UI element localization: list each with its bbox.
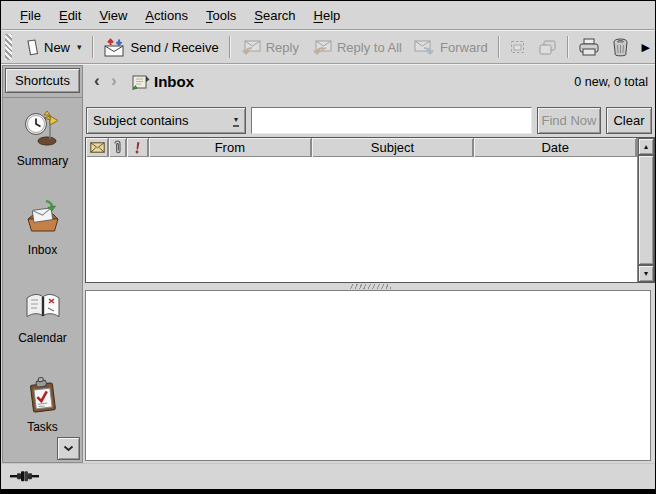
column-header-read-status[interactable] — [86, 138, 109, 157]
splitter-grip[interactable] — [349, 284, 391, 289]
forward-icon — [414, 39, 435, 56]
send-receive-icon — [103, 38, 126, 57]
column-header-attachment[interactable] — [109, 138, 127, 157]
sidebar-item-label: Calendar — [18, 331, 67, 345]
folder-header: ‹ › Inbox 0 new, 0 total — [84, 65, 655, 103]
find-now-button[interactable]: Find Now — [537, 107, 601, 134]
importance-icon — [134, 141, 141, 154]
sidebar-item-label: Tasks — [27, 420, 58, 434]
sidebar-item-calendar[interactable]: Calendar — [3, 285, 82, 374]
back-arrow-icon[interactable]: ‹ — [94, 71, 100, 91]
toolbar-overflow-arrow[interactable]: ▶ — [642, 41, 650, 54]
scroll-down-icon[interactable]: ▾ — [638, 265, 654, 282]
menu-edit[interactable]: Edit — [50, 4, 90, 27]
shortcut-list: SummaryInboxCalendarTasks — [3, 97, 82, 462]
search-bar: Subject contains ▾ Find Now Clear — [86, 107, 652, 134]
toolbar-forward-label: Forward — [440, 40, 488, 55]
sidebar-scroll-down-button[interactable] — [57, 437, 80, 460]
toolbar-copy-button[interactable] — [532, 36, 563, 59]
message-preview-pane[interactable] — [85, 290, 651, 461]
message-list-header: FromSubjectDate — [86, 138, 637, 157]
new-icon — [24, 39, 39, 56]
inbox-icon — [23, 197, 63, 239]
message-list-scrollbar[interactable]: ▴ ▾ — [637, 138, 654, 282]
menu-search[interactable]: Search — [245, 4, 304, 27]
toolbar-grip[interactable] — [5, 34, 12, 60]
copy-icon — [538, 39, 557, 56]
scrollbar-thumb[interactable] — [638, 155, 654, 265]
read-status-icon — [90, 142, 105, 153]
toolbar-separator — [92, 36, 93, 58]
scroll-up-icon[interactable]: ▴ — [638, 138, 654, 155]
status-bar — [1, 463, 655, 489]
print-icon — [578, 38, 600, 56]
column-header-from[interactable]: From — [149, 138, 312, 157]
column-header-date[interactable]: Date — [474, 138, 637, 157]
sidebar-item-label: Summary — [17, 154, 68, 168]
message-list-rows[interactable] — [86, 157, 637, 282]
online-status-icon[interactable] — [10, 468, 42, 486]
toolbar-reply-button[interactable]: Reply — [234, 36, 305, 59]
column-header-subject[interactable]: Subject — [312, 138, 475, 157]
toolbar-reply-label: Reply — [266, 40, 299, 55]
combo-arrow-icon: ▾ — [233, 115, 239, 127]
forward-arrow-icon: › — [111, 71, 117, 91]
tasks-icon — [23, 374, 63, 416]
main-area: ‹ › Inbox 0 new, 0 total Subject contain… — [84, 65, 655, 463]
evolution-window: FileEditViewActionsToolsSearchHelp New▾S… — [0, 0, 656, 494]
toolbar-new-label: New — [44, 40, 70, 55]
shortcuts-group-button[interactable]: Shortcuts — [5, 68, 80, 93]
chevron-down-icon — [63, 445, 74, 452]
toolbar-forward-button[interactable]: Forward — [408, 36, 494, 59]
delete-icon — [612, 38, 629, 57]
move-icon — [509, 39, 526, 55]
sidebar-item-summary[interactable]: Summary — [3, 108, 82, 197]
toolbar-send-receive-button[interactable]: Send / Receive — [97, 35, 225, 60]
toolbar-reply-all-label: Reply to All — [337, 40, 402, 55]
reply-icon — [240, 39, 261, 56]
folder-message-count: 0 new, 0 total — [574, 75, 648, 89]
inbox-folder-icon — [130, 73, 150, 95]
toolbar-move-button[interactable] — [503, 36, 532, 58]
menu-help[interactable]: Help — [305, 4, 350, 27]
calendar-icon — [23, 285, 63, 327]
toolbar-print-button[interactable] — [572, 35, 606, 59]
toolbar-reply-all-button[interactable]: Reply to All — [305, 36, 408, 59]
menu-file[interactable]: File — [11, 4, 50, 27]
pane-splitter[interactable] — [85, 283, 655, 290]
column-header-importance[interactable] — [127, 138, 149, 157]
sidebar-item-inbox[interactable]: Inbox — [3, 197, 82, 286]
toolbar-send-receive-label: Send / Receive — [131, 40, 219, 55]
reply-all-icon — [311, 39, 332, 56]
folder-title: Inbox — [154, 73, 194, 90]
toolbar: New▾Send / ReceiveReplyReply to AllForwa… — [1, 31, 655, 64]
sidebar-item-label: Inbox — [28, 243, 57, 257]
menu-actions[interactable]: Actions — [136, 4, 197, 27]
toolbar-new-button[interactable]: New▾ — [18, 36, 88, 59]
search-criteria-dropdown[interactable]: Subject contains ▾ — [86, 107, 246, 134]
attachment-icon — [113, 140, 122, 155]
toolbar-separator — [229, 36, 230, 58]
menu-view[interactable]: View — [90, 4, 136, 27]
search-criteria-value: Subject contains — [93, 113, 233, 128]
clear-button[interactable]: Clear — [606, 107, 652, 134]
search-input[interactable] — [251, 107, 532, 134]
shortcut-bar: Shortcuts SummaryInboxCalendarTasks — [2, 65, 83, 463]
menubar: FileEditViewActionsToolsSearchHelp — [1, 1, 655, 30]
chevron-down-icon: ▾ — [77, 42, 82, 52]
menu-tools[interactable]: Tools — [197, 4, 245, 27]
toolbar-separator — [498, 36, 499, 58]
toolbar-delete-button[interactable] — [606, 35, 635, 60]
toolbar-separator — [567, 36, 568, 58]
summary-icon — [23, 108, 63, 150]
message-list-pane: FromSubjectDate ▴ ▾ — [85, 137, 655, 283]
